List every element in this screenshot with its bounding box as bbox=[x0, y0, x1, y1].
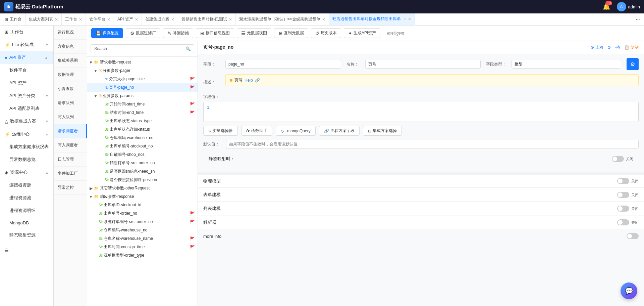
tree-node-src-order-no[interactable]: Str 销售订单号-src_order_no bbox=[87, 159, 198, 167]
tab-close-icon[interactable]: ✕ bbox=[55, 17, 58, 22]
second-sidebar-item-log-manage[interactable]: 日志管理 bbox=[54, 152, 87, 167]
tree-node-warehouse-name[interactable]: Str 仓库名称-warehouse_name 🚩 bbox=[87, 234, 198, 243]
tree-node-status-type[interactable]: Str 出库单状态-status_type bbox=[87, 117, 198, 125]
move-up-button[interactable]: ⊙ 上移 bbox=[591, 45, 603, 50]
name-input[interactable] bbox=[365, 60, 481, 69]
interface-view-button[interactable]: ⊞ 接口信息视图 bbox=[196, 28, 234, 38]
tree-node-stockout-id[interactable]: Str 出库单ID-stockout_id bbox=[87, 201, 198, 209]
user-area[interactable]: A admin bbox=[617, 2, 640, 11]
more-tabs-button[interactable]: ⋯ bbox=[633, 17, 643, 22]
copy-data-button[interactable]: ⊕ 复制元数据 bbox=[274, 28, 308, 38]
tab-workbench[interactable]: 工作台 ✕ bbox=[62, 13, 86, 26]
copy-button[interactable]: 📋 复制 bbox=[624, 45, 639, 50]
second-sidebar-item-overview[interactable]: 运行概况 bbox=[54, 26, 87, 40]
sidebar-item-workbench[interactable]: ⊞ 工作台 bbox=[0, 26, 53, 38]
sidebar-item-static-mapping[interactable]: 静态映射资源 bbox=[0, 229, 53, 242]
tab-workbench-perm[interactable]: ⊞ 工作台 bbox=[1, 13, 25, 26]
sidebar-item-lite[interactable]: ⚡ Lite 轻集成 ▼ bbox=[0, 38, 53, 51]
mongo-query-button[interactable]: ◇ _mongoQuery bbox=[276, 126, 316, 136]
sidebar-item-connector-resources[interactable]: 连接器资源 bbox=[0, 179, 53, 191]
second-sidebar-item-request-queue[interactable]: 请求队列 bbox=[54, 96, 87, 110]
field-value-box[interactable]: 1 bbox=[203, 102, 639, 122]
tab-close-icon[interactable]: ✕ bbox=[408, 17, 411, 21]
sidebar-item-data-integration[interactable]: △ 数据集成方案 ▼ bbox=[0, 115, 53, 128]
tree-node-warehouse-no-resp[interactable]: Str 仓库编码-warehouse_no bbox=[87, 226, 198, 234]
default-value-input[interactable] bbox=[226, 140, 639, 148]
chatbot-button[interactable]: 💬 bbox=[621, 282, 637, 299]
second-sidebar-item-data-manage[interactable]: 数据管理 bbox=[54, 68, 87, 82]
tree-node-order-no[interactable]: Str 出库单号-order_no 🚩 bbox=[87, 209, 198, 218]
second-sidebar-item-event-factory[interactable]: 事件加工厂 bbox=[54, 167, 87, 181]
sidebar-item-api-adapter-list[interactable]: API 适配器列表 bbox=[0, 102, 53, 115]
field-input[interactable] bbox=[225, 60, 341, 69]
func-helper-button[interactable]: fx 函数助手 bbox=[241, 126, 272, 136]
generate-api-button[interactable]: ✦ 生成API资产 bbox=[344, 28, 380, 38]
tab-close-icon[interactable]: ✕ bbox=[322, 17, 325, 22]
history-button[interactable]: ↺ 历史版本 bbox=[311, 28, 341, 38]
tree-node-need-sn[interactable]: Str 是否返回sn信息-need_sn bbox=[87, 167, 198, 176]
list-build-toggle[interactable] bbox=[617, 206, 629, 212]
tree-node-order-type[interactable]: Str 源单据类型-order_type bbox=[87, 251, 198, 260]
more-info-row[interactable]: more info bbox=[198, 230, 644, 243]
tab-close-icon[interactable]: ✕ bbox=[107, 17, 110, 22]
sidebar-item-api-assets[interactable]: API 资产 bbox=[0, 77, 53, 89]
sidebar-item-exception-data[interactable]: 异常数据总览 bbox=[0, 153, 53, 166]
tree-node-request-params[interactable]: ▼ 📁 请求参数-request bbox=[87, 58, 198, 67]
tree-node-page-size[interactable]: № 分页大小-page_size 🚩 bbox=[87, 75, 198, 83]
tree-node-page-no[interactable]: № 页号-page_no 🚩 bbox=[87, 83, 198, 92]
tab-software[interactable]: 软件平台 ✕ bbox=[86, 13, 114, 26]
sidebar-item-resource-center[interactable]: ◈ 资源中心 ▲ bbox=[0, 166, 53, 179]
intelligent-button[interactable]: intelligent bbox=[383, 29, 408, 37]
related-field-button[interactable]: 🔗 关联方案字段 bbox=[319, 126, 360, 136]
sidebar-item-mongodb[interactable]: MongoDB bbox=[0, 217, 53, 229]
search-input[interactable] bbox=[91, 44, 194, 53]
sidebar-item-api-classification[interactable]: API 资产分类 ▼ bbox=[0, 89, 53, 102]
notification-bell[interactable]: 🔔 10 bbox=[603, 3, 610, 10]
tree-node-pager[interactable]: ▼ Ⓐ 分页参数-pager bbox=[87, 67, 198, 75]
tree-node-consign-time[interactable]: Str 出库时间-consign_time 🚩 bbox=[87, 243, 198, 251]
tab-jushui[interactable]: 聚水潭采购退货单（确认）=>金蝶采购退货单 ✕ bbox=[236, 13, 329, 26]
tree-node-src-order-no-resp[interactable]: Str 系统订单编号-src_order_no 🚩 bbox=[87, 218, 198, 226]
integration-select-button[interactable]: ⊡ 集成方案选择 bbox=[363, 126, 402, 136]
tree-node-business-params[interactable]: ▼ Ⓐ 业务参数-params bbox=[87, 92, 198, 100]
second-sidebar-item-request-scheduler[interactable]: 请求调度者 bbox=[54, 124, 87, 138]
second-sidebar-item-write-queue[interactable]: 写入队列 bbox=[54, 110, 87, 124]
physical-model-toggle[interactable] bbox=[617, 178, 629, 184]
tree-node-status-detail[interactable]: Str 出库单状态详细-status bbox=[87, 125, 198, 134]
sidebar-item-software-platform[interactable]: 软件平台 bbox=[0, 64, 53, 77]
more-info-toggle-switch[interactable] bbox=[627, 233, 639, 239]
tab-close-icon[interactable]: ✕ bbox=[79, 17, 82, 22]
tab-close-icon[interactable]: ✕ bbox=[135, 17, 138, 22]
second-sidebar-item-integration-graph[interactable]: 集成关系图 bbox=[54, 54, 87, 68]
sidebar-item-process-resource-detail[interactable]: 进程资源明细 bbox=[0, 204, 53, 217]
sidebar-item-process-resource-pool[interactable]: 进程资源池 bbox=[0, 191, 53, 204]
tab-integration-list[interactable]: 集成方案列表 ✕ bbox=[25, 13, 62, 26]
tab-api[interactable]: API 资产 ✕ bbox=[114, 13, 142, 26]
tree-node-other-request[interactable]: ▶ 📁 其它请求参数-otherRequest bbox=[87, 184, 198, 192]
parser-toggle[interactable] bbox=[617, 219, 629, 225]
second-sidebar-item-solution-info[interactable]: 方案信息 bbox=[54, 40, 87, 54]
form-build-toggle[interactable] bbox=[617, 192, 629, 198]
sidebar-item-health-status[interactable]: 集成方案健康状况表 bbox=[0, 140, 53, 153]
field-type-select[interactable]: 整型 字符串 浮点型 布尔型 日期 数组 对象 bbox=[512, 60, 621, 69]
move-down-button[interactable]: ⊙ 下移 bbox=[607, 45, 620, 50]
settings-button[interactable]: ⚙ bbox=[627, 58, 639, 70]
tab-close-icon[interactable]: ✕ bbox=[229, 17, 232, 22]
sidebar-item-api[interactable]: ● API 资产 ▲ bbox=[0, 51, 53, 64]
help-link[interactable]: Help bbox=[245, 78, 253, 83]
second-sidebar-item-exception-monitor[interactable]: 异常监控 bbox=[54, 181, 87, 195]
tree-node-response-params[interactable]: ▼ 📁 响应参数-response bbox=[87, 192, 198, 201]
data-filter-button[interactable]: ⚙ 数据过滤厂 bbox=[126, 28, 160, 38]
tree-node-position[interactable]: Str 是否按照货位排序-position bbox=[87, 176, 198, 184]
static-map-toggle[interactable] bbox=[612, 156, 624, 162]
sidebar-item-operations[interactable]: ⚡ 运维中心 ▲ bbox=[0, 128, 53, 140]
tab-create-integration[interactable]: 创建集成方案 ✕ bbox=[142, 13, 178, 26]
meta-view-button[interactable]: ☰ 元数据视图 bbox=[237, 28, 271, 38]
tree-node-start-time[interactable]: Str 开始时间-start_time 🚩 bbox=[87, 100, 198, 108]
var-selector-button[interactable]: ▽ 变量选择器 bbox=[203, 126, 238, 136]
second-sidebar-item-xiao-query[interactable]: 小青查数 bbox=[54, 82, 87, 96]
save-config-button[interactable]: 💾 保存配置 bbox=[91, 28, 123, 38]
second-sidebar-item-write-scheduler[interactable]: 写入调度者 bbox=[54, 138, 87, 152]
repair-button[interactable]: ✎ 补漏措施 bbox=[163, 28, 193, 38]
tab-close-icon[interactable]: ✕ bbox=[171, 17, 174, 22]
